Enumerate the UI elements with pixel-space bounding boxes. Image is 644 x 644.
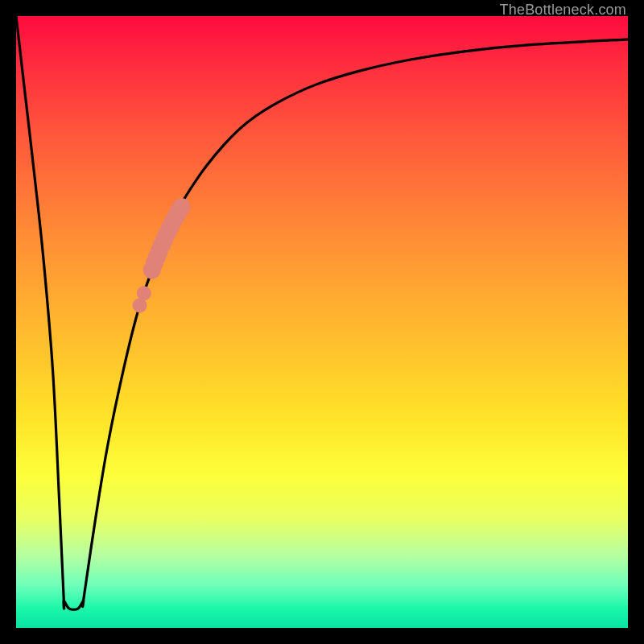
highlight-dot [137,286,151,300]
plot-area [16,16,628,628]
highlight-dot [172,198,190,216]
chart-frame: TheBottleneck.com [0,0,644,644]
highlight-dots [133,198,191,312]
bottleneck-curve [16,16,628,609]
attribution-text: TheBottleneck.com [500,2,626,19]
chart-svg [16,16,628,628]
